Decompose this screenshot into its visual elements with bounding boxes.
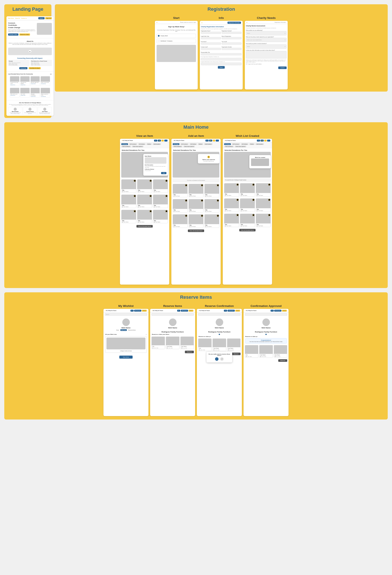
ri-search-input[interactable] [152, 313, 194, 316]
bookmark-icon[interactable]: ★ [253, 184, 254, 186]
wl-filter-furniture[interactable]: All Furniture [232, 143, 240, 145]
wishlist-search-btn[interactable]: 🔍 [257, 140, 260, 142]
add-filter-condition[interactable]: Add conditions [173, 146, 182, 147]
wl-filter-condition[interactable]: Add conditions [224, 146, 234, 147]
ngo-tab-wishlist[interactable]: Wish Lists [120, 329, 127, 331]
charity-option[interactable]: Charity NGO [157, 34, 196, 38]
view-item-add[interactable]: + [161, 140, 164, 142]
donate-item-link[interactable]: Donate Item [31, 83, 40, 85]
donate-item-btn[interactable]: Donate a Item [8, 33, 19, 36]
contact-email-input[interactable] [201, 48, 221, 50]
ngo-tab-about[interactable]: About [115, 329, 120, 331]
org-name-input[interactable] [201, 32, 221, 34]
add-filter-furniture[interactable]: All Furniture [180, 143, 189, 145]
agree-checkbox[interactable] [246, 63, 247, 65]
ca-categories[interactable]: All categories [274, 310, 282, 312]
wl-filter-clothes[interactable]: All Clothes [241, 143, 248, 145]
bookmark-icon[interactable]: ★ [134, 210, 136, 212]
info-next-btn[interactable]: Next [218, 66, 225, 69]
filter-condition[interactable]: Add conditions [121, 146, 131, 147]
reserve-btn[interactable]: Reserve [185, 351, 194, 353]
ca-search[interactable]: 🔍 [271, 310, 274, 312]
wishlist-view-all-btn[interactable]: View all donated Items [239, 229, 256, 231]
mw-search-input[interactable]: Search [105, 313, 147, 316]
rc-categories[interactable]: All categories [227, 310, 235, 312]
wl-filter-location[interactable]: Add location [255, 143, 264, 145]
bookmark-icon[interactable]: ★ [268, 199, 270, 201]
donate-item-link[interactable]: Donate Item [20, 84, 30, 86]
start-login-link[interactable]: Please create an account or login [180, 22, 196, 23]
ri-categories[interactable]: All categories [181, 310, 188, 312]
bookmark-icon[interactable]: ★ [201, 184, 203, 186]
bookmark-icon[interactable]: ★ [185, 215, 187, 217]
bookmark-icon[interactable]: ★ [166, 210, 167, 212]
ca-search-btn[interactable]: Search [282, 310, 287, 312]
mw-search-btn[interactable]: Search [142, 310, 147, 312]
bookmark-icon[interactable]: ★ [134, 195, 136, 197]
find-need-btn[interactable]: Find What You Need [29, 67, 41, 69]
wishlist-expand-icon[interactable]: + [146, 334, 147, 335]
donate-item-link[interactable]: Donate Item [41, 96, 50, 97]
donate-item-link[interactable]: Donate Item [10, 84, 19, 86]
id-upload[interactable] [201, 63, 242, 65]
email-input[interactable] [222, 43, 242, 45]
problem-select[interactable]: Select ▼ [246, 31, 287, 35]
filter-clothes[interactable]: All Clothes [138, 143, 146, 145]
donor-option[interactable]: Individual / Company [157, 39, 196, 43]
donate-item-link[interactable]: Donate Item [10, 95, 19, 96]
ngo-tab-reserved[interactable]: Reserved Items [127, 329, 136, 331]
add-item-search-btn[interactable]: 🔍 [205, 140, 209, 142]
donor-radio[interactable] [158, 40, 160, 42]
bookmark-icon[interactable]: ★ [253, 199, 254, 201]
bookmark-icon[interactable]: ★ [166, 195, 167, 197]
bookmark-icon[interactable]: ★ [253, 214, 254, 216]
info-search-btn[interactable]: Registration Information [227, 22, 241, 24]
add-filter-all[interactable]: All things [173, 143, 179, 145]
filter-refine[interactable]: Refine [146, 143, 152, 145]
donate-item-link[interactable]: Donate Item [31, 96, 40, 97]
confirm-yes-btn[interactable]: ✓ [215, 357, 218, 361]
charity-radio[interactable] [158, 35, 160, 37]
filter-furniture[interactable]: All Furniture [129, 143, 137, 145]
rc-search-input[interactable] [198, 313, 240, 316]
entity-type-input[interactable] [201, 37, 221, 39]
add-item-bell-btn[interactable]: 🔔 [209, 140, 212, 142]
landing-signup-btn[interactable]: Sign Up [45, 17, 52, 19]
bookmark-icon[interactable]: ★ [268, 184, 270, 186]
bookmark-icon[interactable]: ★ [150, 195, 152, 197]
wishlist-user-btn[interactable]: 👤 [267, 140, 270, 142]
bookmark-icon[interactable]: ★ [217, 184, 219, 186]
mw-search[interactable]: 🔍 [131, 310, 134, 312]
add-view-all-btn[interactable]: View all donated items [188, 230, 204, 232]
mw-categories[interactable]: All categories [134, 310, 141, 312]
needs-select[interactable]: Select your most needed items ▼ [246, 38, 287, 42]
receive-select[interactable]: Select ▼ [246, 44, 287, 49]
bookmark-icon[interactable]: ★ [201, 200, 203, 201]
donate-item-link[interactable]: Donate Item [20, 95, 30, 96]
add-filter-location[interactable]: Add location [204, 143, 213, 145]
bookmark-icon[interactable]: ★ [217, 200, 219, 201]
bookmark-icon[interactable]: ★ [185, 184, 187, 186]
view-item-user[interactable]: 👤 [164, 140, 168, 142]
bookmark-icon[interactable]: ★ [134, 180, 136, 182]
bookmark-icon[interactable]: ★ [268, 214, 270, 216]
ri-search[interactable]: 🔍 [177, 310, 180, 312]
filter-all[interactable]: All things [121, 143, 128, 145]
bookmark-icon[interactable]: ★ [185, 200, 187, 201]
bookmark-icon[interactable]: ★ [237, 214, 239, 216]
donate-now-btn[interactable]: Donate Now [19, 67, 27, 69]
charity-needs-submit-btn[interactable]: Submit [278, 67, 287, 69]
wishlist-bell-btn[interactable]: 🔔 [261, 140, 264, 142]
bookmark-icon[interactable]: ★ [237, 199, 239, 201]
view-item-search[interactable]: 🔍 [154, 140, 157, 142]
add-item-user-btn[interactable]: 👤 [216, 140, 219, 142]
wishlist-plus-btn[interactable]: + [264, 140, 267, 142]
reserve-item-btn[interactable]: Reserve a Item [19, 33, 30, 36]
date-reg-input[interactable] [222, 37, 242, 39]
bookmark-icon[interactable]: ★ [201, 215, 203, 217]
responsibility-input[interactable] [201, 53, 242, 55]
view-all-btn[interactable]: View all donated items [136, 225, 153, 228]
rc-search-btn[interactable]: Search [235, 310, 240, 312]
bookmark-icon[interactable]: ★ [217, 215, 219, 217]
rc-reserve-btn[interactable]: Reserve [232, 353, 240, 355]
